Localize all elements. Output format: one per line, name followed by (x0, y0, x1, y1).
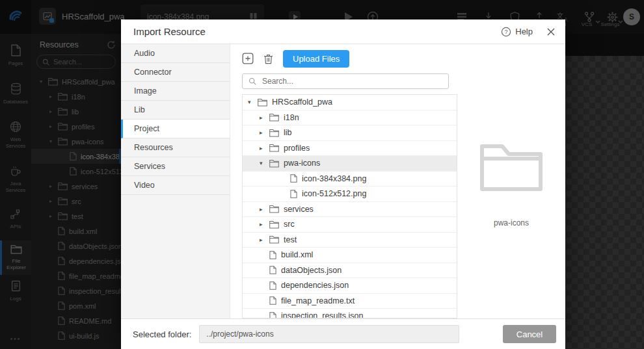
caret-right-icon[interactable]: ▸ (260, 114, 269, 121)
nav-item-project[interactable]: Project (121, 120, 230, 138)
tree-folder-profiles[interactable]: ▸profiles (243, 141, 457, 157)
tree-folder-src[interactable]: ▸src (243, 217, 457, 233)
file-icon (290, 174, 297, 183)
tree-item-label: file_map_readme.txt (281, 296, 355, 305)
delete-trash-icon[interactable] (263, 53, 273, 64)
tree-item-label: icon-384x384.png (302, 174, 366, 183)
search-icon (248, 77, 256, 85)
help-label: Help (515, 27, 533, 36)
nav-item-audio[interactable]: Audio (121, 44, 230, 63)
add-folder-icon[interactable] (242, 53, 254, 64)
file-icon (269, 251, 276, 259)
resource-type-nav: AudioConnectorImageLibProjectResourcesSe… (121, 44, 230, 318)
caret-right-icon[interactable]: ▸ (260, 129, 269, 136)
tree-item-label: pwa-icons (284, 159, 320, 168)
import-resource-dialog: Import Resource ? Help AudioConnectorIma… (121, 19, 565, 349)
nav-item-image[interactable]: Image (121, 82, 230, 101)
help-button[interactable]: ? Help (501, 27, 533, 37)
file-icon (269, 281, 276, 290)
tree-file-inspection_results.json[interactable]: inspection_results.json (243, 309, 457, 318)
tree-folder-pwa-icons[interactable]: ▾pwa-icons (243, 156, 457, 172)
modal-file-tree: ▾HRScaffold_pwa▸i18n▸lib▸profiles▾pwa-ic… (242, 94, 457, 318)
dialog-content: Upload Files ▾HRScaffold_pwa▸i18n▸lib▸pr… (230, 44, 457, 318)
upload-files-button[interactable]: Upload Files (283, 50, 349, 68)
folder-icon (269, 129, 279, 137)
tree-folder-lib[interactable]: ▸lib (243, 125, 457, 141)
dialog-title: Import Resource (133, 26, 501, 37)
cancel-button[interactable]: Cancel (503, 325, 556, 343)
tree-folder-i18n[interactable]: ▸i18n (243, 110, 457, 126)
tree-item-label: build.xml (281, 250, 313, 259)
dialog-footer: Selected folder: Cancel (121, 318, 565, 349)
file-icon (269, 266, 276, 274)
folder-icon (269, 205, 279, 213)
folder-icon (269, 144, 279, 152)
caret-down-icon[interactable]: ▾ (260, 160, 269, 166)
folder-icon (269, 220, 279, 229)
tree-item-label: profiles (284, 144, 310, 153)
tree-item-label: inspection_results.json (281, 311, 363, 318)
folder-icon (269, 159, 279, 168)
tree-file-build.xml[interactable]: build.xml (243, 248, 457, 263)
tree-file-dataObjects.json[interactable]: dataObjects.json (243, 263, 457, 279)
tree-folder-HRScaffold_pwa[interactable]: ▾HRScaffold_pwa (243, 95, 457, 110)
tree-folder-test[interactable]: ▸test (243, 233, 457, 248)
folder-icon (269, 235, 279, 244)
help-question-icon: ? (501, 27, 511, 37)
close-icon[interactable] (547, 28, 555, 36)
folder-icon (258, 98, 267, 107)
tree-item-label: test (284, 235, 297, 244)
preview-panel: pwa-icons (457, 44, 565, 318)
nav-item-connector[interactable]: Connector (121, 63, 230, 82)
tree-item-label: HRScaffold_pwa (272, 97, 332, 107)
caret-down-icon[interactable]: ▾ (248, 99, 258, 105)
tree-file-dependencies.json[interactable]: dependencies.json (243, 278, 457, 294)
svg-text:?: ? (505, 29, 508, 35)
tree-item-label: i18n (284, 113, 299, 122)
tree-search-input[interactable] (261, 76, 442, 86)
tree-file-icon-384x384.png[interactable]: icon-384x384.png (243, 172, 457, 187)
caret-right-icon[interactable]: ▸ (260, 145, 269, 151)
screen: HRScaffold_pwa icon-384x384.png (0, 0, 644, 349)
tree-item-label: lib (284, 128, 292, 137)
selected-folder-label: Selected folder: (133, 330, 191, 339)
tree-file-file_map_readme.txt[interactable]: file_map_readme.txt (243, 294, 457, 309)
caret-right-icon[interactable]: ▸ (260, 237, 269, 243)
tree-item-label: icon-512x512.png (302, 189, 366, 198)
tree-item-label: src (284, 220, 295, 229)
nav-item-video[interactable]: Video (121, 176, 230, 195)
caret-right-icon[interactable]: ▸ (260, 221, 269, 227)
dialog-body: AudioConnectorImageLibProjectResourcesSe… (121, 44, 565, 318)
tree-file-icon-512x512.png[interactable]: icon-512x512.png (243, 187, 457, 202)
tree-item-label: dependencies.json (281, 281, 349, 290)
nav-item-services[interactable]: Services (121, 157, 230, 176)
caret-right-icon[interactable]: ▸ (260, 206, 269, 213)
preview-label: pwa-icons (494, 218, 529, 227)
file-icon (269, 296, 276, 305)
dialog-header: Import Resource ? Help (121, 19, 565, 44)
big-folder-icon (479, 140, 544, 195)
tree-item-label: dataObjects.json (281, 266, 342, 275)
tree-folder-services[interactable]: ▸services (243, 202, 457, 218)
tree-item-label: services (284, 205, 314, 214)
tree-search-box[interactable] (242, 73, 449, 89)
nav-item-resources[interactable]: Resources (121, 138, 230, 157)
folder-icon (269, 113, 279, 122)
file-icon (269, 312, 276, 318)
selected-folder-path[interactable] (199, 325, 459, 343)
nav-item-lib[interactable]: Lib (121, 101, 230, 120)
tree-toolbar: Upload Files (242, 48, 457, 69)
file-icon (290, 190, 297, 198)
